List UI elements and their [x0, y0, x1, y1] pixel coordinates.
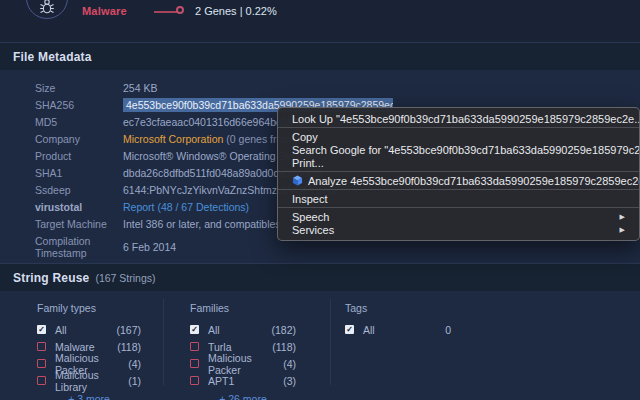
menu-separator — [278, 189, 639, 190]
menu-separator — [278, 207, 639, 208]
family-types-column: Family types ✓ All (167) ✓ Malware (118)… — [37, 291, 141, 400]
string-reuse-filters: Family types ✓ All (167) ✓ Malware (118)… — [0, 291, 640, 400]
meta-row-size: Size 254 KB — [0, 79, 640, 96]
gene-gauge-knob — [176, 6, 184, 14]
menu-item-services[interactable]: Services ▶ — [278, 223, 639, 236]
column-divider — [330, 299, 331, 385]
filter-row[interactable]: ✓ Malicious Library (1) — [37, 372, 141, 389]
show-more-link[interactable]: + 3 more — [37, 393, 141, 400]
company-name: Microsoft Corporation — [123, 133, 223, 145]
gene-summary: 2 Genes | 0.22% — [195, 5, 277, 17]
string-reuse-section-header: String Reuse (167 Strings) — [0, 263, 640, 291]
malware-analysis-screen: Malware 2 Genes | 0.22% File Metadata Si… — [0, 0, 640, 400]
file-metadata-section-header: File Metadata — [0, 42, 640, 70]
menu-item-inspect[interactable]: Inspect — [278, 192, 639, 205]
tags-column: Tags ✓ All 0 — [345, 291, 451, 338]
context-menu: Look Up "4e553bce90f0b39cd71ba633da59902… — [277, 107, 640, 241]
gene-gauge-line — [154, 11, 177, 13]
filter-row[interactable]: ✓ All (182) — [190, 321, 296, 338]
string-count: (167 Strings) — [95, 272, 155, 284]
menu-separator — [278, 171, 639, 172]
filter-row[interactable]: ✓ All (167) — [37, 321, 141, 338]
checkbox[interactable]: ✓ — [37, 359, 46, 368]
menu-item-print[interactable]: Print... — [278, 156, 639, 169]
checkbox[interactable]: ✓ — [190, 325, 199, 334]
top-bar: Malware 2 Genes | 0.22% — [0, 0, 640, 42]
virustotal-report-link[interactable]: Report (48 / 67 Detections) — [123, 201, 249, 213]
menu-separator — [278, 127, 639, 128]
menu-item-analyze-with-intezer[interactable]: Analyze 4e553bce90f0b39cd71ba633da599025… — [278, 174, 639, 187]
checkbox[interactable]: ✓ — [190, 342, 199, 351]
checkbox[interactable]: ✓ — [190, 376, 199, 385]
section-title: File Metadata — [13, 50, 92, 64]
malware-bug-icon — [26, 0, 68, 19]
checkbox[interactable]: ✓ — [345, 325, 354, 334]
checkbox[interactable]: ✓ — [37, 342, 46, 351]
checkbox[interactable]: ✓ — [37, 325, 46, 334]
filter-row[interactable]: ✓ All 0 — [345, 321, 451, 338]
checkbox[interactable]: ✓ — [37, 376, 46, 385]
column-divider — [163, 299, 164, 385]
section-title: String Reuse — [13, 271, 89, 285]
menu-item-search-google[interactable]: Search Google for "4e553bce90f0b39cd71ba… — [278, 143, 639, 156]
families-column: Families ✓ All (182) ✓ Turla (118) ✓ Mal… — [190, 291, 296, 400]
menu-item-look-up[interactable]: Look Up "4e553bce90f0b39cd71ba633da59902… — [278, 112, 639, 125]
show-more-link[interactable]: + 26 more — [190, 393, 296, 400]
checkbox[interactable]: ✓ — [190, 359, 199, 368]
menu-item-speech[interactable]: Speech ▶ — [278, 210, 639, 223]
submenu-arrow-icon: ▶ — [620, 226, 625, 234]
verdict-label: Malware — [82, 5, 127, 17]
submenu-arrow-icon: ▶ — [620, 213, 625, 221]
filter-row[interactable]: ✓ Malicious Packer (4) — [190, 355, 296, 372]
intezer-cube-icon — [292, 175, 303, 188]
menu-item-copy[interactable]: Copy — [278, 130, 639, 143]
